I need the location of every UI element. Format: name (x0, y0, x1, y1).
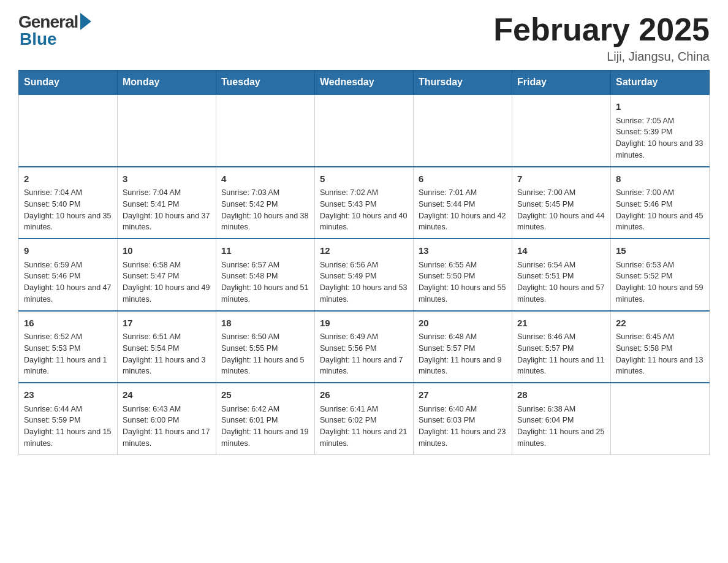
calendar-cell: 16Sunrise: 6:52 AMSunset: 5:53 PMDayligh… (19, 311, 118, 383)
day-of-week-header: Saturday (611, 71, 710, 95)
calendar-week-row: 1Sunrise: 7:05 AMSunset: 5:39 PMDaylight… (19, 94, 710, 167)
day-number: 19 (320, 316, 408, 331)
calendar-week-row: 23Sunrise: 6:44 AMSunset: 5:59 PMDayligh… (19, 383, 710, 454)
logo-arrow-icon (80, 13, 91, 30)
calendar-cell (118, 94, 216, 167)
day-number: 28 (517, 388, 605, 402)
day-number: 22 (616, 316, 704, 331)
calendar-cell: 26Sunrise: 6:41 AMSunset: 6:02 PMDayligh… (315, 383, 414, 454)
day-number: 11 (221, 244, 309, 258)
cell-sun-info: Sunrise: 7:00 AMSunset: 5:45 PMDaylight:… (517, 187, 605, 233)
cell-sun-info: Sunrise: 6:51 AMSunset: 5:54 PMDaylight:… (123, 331, 211, 377)
day-of-week-header: Sunday (19, 71, 118, 95)
calendar-week-row: 9Sunrise: 6:59 AMSunset: 5:46 PMDaylight… (19, 239, 710, 311)
calendar-cell: 28Sunrise: 6:38 AMSunset: 6:04 PMDayligh… (512, 383, 611, 454)
calendar-cell: 6Sunrise: 7:01 AMSunset: 5:44 PMDaylight… (414, 167, 512, 239)
cell-sun-info: Sunrise: 6:43 AMSunset: 6:00 PMDaylight:… (123, 404, 211, 450)
calendar-cell: 7Sunrise: 7:00 AMSunset: 5:45 PMDaylight… (512, 167, 611, 239)
calendar-cell: 13Sunrise: 6:55 AMSunset: 5:50 PMDayligh… (414, 239, 512, 311)
day-number: 16 (24, 316, 112, 331)
calendar-cell (216, 94, 315, 167)
calendar-cell: 21Sunrise: 6:46 AMSunset: 5:57 PMDayligh… (512, 311, 611, 383)
calendar-cell (19, 94, 118, 167)
day-number: 14 (517, 244, 605, 258)
calendar-cell: 14Sunrise: 6:54 AMSunset: 5:51 PMDayligh… (512, 239, 611, 311)
day-number: 10 (123, 244, 211, 258)
day-number: 24 (123, 388, 211, 402)
cell-sun-info: Sunrise: 7:04 AMSunset: 5:40 PMDaylight:… (24, 187, 112, 233)
page-subtitle: Liji, Jiangsu, China (493, 50, 710, 64)
calendar-body: 1Sunrise: 7:05 AMSunset: 5:39 PMDaylight… (19, 94, 710, 454)
day-of-week-header: Wednesday (315, 71, 414, 95)
calendar-cell: 27Sunrise: 6:40 AMSunset: 6:03 PMDayligh… (414, 383, 512, 454)
day-number: 21 (517, 316, 605, 331)
page-title: February 2025 (493, 12, 710, 47)
calendar-cell: 11Sunrise: 6:57 AMSunset: 5:48 PMDayligh… (216, 239, 315, 311)
cell-sun-info: Sunrise: 7:01 AMSunset: 5:44 PMDaylight:… (419, 187, 507, 233)
day-number: 9 (24, 244, 112, 258)
calendar-cell: 19Sunrise: 6:49 AMSunset: 5:56 PMDayligh… (315, 311, 414, 383)
calendar-cell (611, 383, 710, 454)
day-number: 13 (419, 244, 507, 258)
page-header: General Blue February 2025 Liji, Jiangsu… (18, 12, 710, 64)
logo: General Blue (18, 12, 91, 49)
day-number: 27 (419, 388, 507, 402)
day-number: 25 (221, 388, 309, 402)
cell-sun-info: Sunrise: 6:54 AMSunset: 5:51 PMDaylight:… (517, 259, 605, 305)
day-number: 26 (320, 388, 408, 402)
day-number: 17 (123, 316, 211, 331)
calendar-cell: 3Sunrise: 7:04 AMSunset: 5:41 PMDaylight… (118, 167, 216, 239)
cell-sun-info: Sunrise: 6:42 AMSunset: 6:01 PMDaylight:… (221, 404, 309, 450)
day-of-week-header: Thursday (414, 71, 512, 95)
day-number: 4 (221, 172, 309, 186)
calendar-week-row: 2Sunrise: 7:04 AMSunset: 5:40 PMDaylight… (19, 167, 710, 239)
cell-sun-info: Sunrise: 6:55 AMSunset: 5:50 PMDaylight:… (419, 259, 507, 305)
day-number: 23 (24, 388, 112, 402)
cell-sun-info: Sunrise: 6:59 AMSunset: 5:46 PMDaylight:… (24, 259, 112, 305)
cell-sun-info: Sunrise: 7:04 AMSunset: 5:41 PMDaylight:… (123, 187, 211, 233)
cell-sun-info: Sunrise: 6:58 AMSunset: 5:47 PMDaylight:… (123, 259, 211, 305)
calendar-week-row: 16Sunrise: 6:52 AMSunset: 5:53 PMDayligh… (19, 311, 710, 383)
days-of-week-row: SundayMondayTuesdayWednesdayThursdayFrid… (19, 71, 710, 95)
calendar-header: SundayMondayTuesdayWednesdayThursdayFrid… (19, 71, 710, 95)
day-number: 18 (221, 316, 309, 331)
day-number: 2 (24, 172, 112, 186)
calendar-cell: 1Sunrise: 7:05 AMSunset: 5:39 PMDaylight… (611, 94, 710, 167)
day-number: 6 (419, 172, 507, 186)
day-number: 7 (517, 172, 605, 186)
cell-sun-info: Sunrise: 6:53 AMSunset: 5:52 PMDaylight:… (616, 259, 704, 305)
calendar-cell: 20Sunrise: 6:48 AMSunset: 5:57 PMDayligh… (414, 311, 512, 383)
cell-sun-info: Sunrise: 7:03 AMSunset: 5:42 PMDaylight:… (221, 187, 309, 233)
calendar-cell: 17Sunrise: 6:51 AMSunset: 5:54 PMDayligh… (118, 311, 216, 383)
cell-sun-info: Sunrise: 6:48 AMSunset: 5:57 PMDaylight:… (419, 331, 507, 377)
day-number: 5 (320, 172, 408, 186)
title-block: February 2025 Liji, Jiangsu, China (493, 12, 710, 64)
calendar-cell: 5Sunrise: 7:02 AMSunset: 5:43 PMDaylight… (315, 167, 414, 239)
calendar-cell: 9Sunrise: 6:59 AMSunset: 5:46 PMDaylight… (19, 239, 118, 311)
calendar-cell: 22Sunrise: 6:45 AMSunset: 5:58 PMDayligh… (611, 311, 710, 383)
cell-sun-info: Sunrise: 6:52 AMSunset: 5:53 PMDaylight:… (24, 331, 112, 377)
calendar-table: SundayMondayTuesdayWednesdayThursdayFrid… (18, 70, 710, 455)
calendar-cell: 12Sunrise: 6:56 AMSunset: 5:49 PMDayligh… (315, 239, 414, 311)
calendar-cell: 15Sunrise: 6:53 AMSunset: 5:52 PMDayligh… (611, 239, 710, 311)
calendar-cell: 25Sunrise: 6:42 AMSunset: 6:01 PMDayligh… (216, 383, 315, 454)
calendar-cell (414, 94, 512, 167)
calendar-cell (512, 94, 611, 167)
calendar-cell: 8Sunrise: 7:00 AMSunset: 5:46 PMDaylight… (611, 167, 710, 239)
cell-sun-info: Sunrise: 6:41 AMSunset: 6:02 PMDaylight:… (320, 404, 408, 450)
calendar-cell: 23Sunrise: 6:44 AMSunset: 5:59 PMDayligh… (19, 383, 118, 454)
calendar-cell: 2Sunrise: 7:04 AMSunset: 5:40 PMDaylight… (19, 167, 118, 239)
day-of-week-header: Monday (118, 71, 216, 95)
cell-sun-info: Sunrise: 6:56 AMSunset: 5:49 PMDaylight:… (320, 259, 408, 305)
day-number: 3 (123, 172, 211, 186)
day-number: 15 (616, 244, 704, 258)
cell-sun-info: Sunrise: 6:46 AMSunset: 5:57 PMDaylight:… (517, 331, 605, 377)
day-of-week-header: Tuesday (216, 71, 315, 95)
calendar-cell (315, 94, 414, 167)
cell-sun-info: Sunrise: 6:40 AMSunset: 6:03 PMDaylight:… (419, 404, 507, 450)
cell-sun-info: Sunrise: 7:02 AMSunset: 5:43 PMDaylight:… (320, 187, 408, 233)
cell-sun-info: Sunrise: 7:00 AMSunset: 5:46 PMDaylight:… (616, 187, 704, 233)
calendar-cell: 18Sunrise: 6:50 AMSunset: 5:55 PMDayligh… (216, 311, 315, 383)
cell-sun-info: Sunrise: 6:38 AMSunset: 6:04 PMDaylight:… (517, 404, 605, 450)
calendar-cell: 4Sunrise: 7:03 AMSunset: 5:42 PMDaylight… (216, 167, 315, 239)
